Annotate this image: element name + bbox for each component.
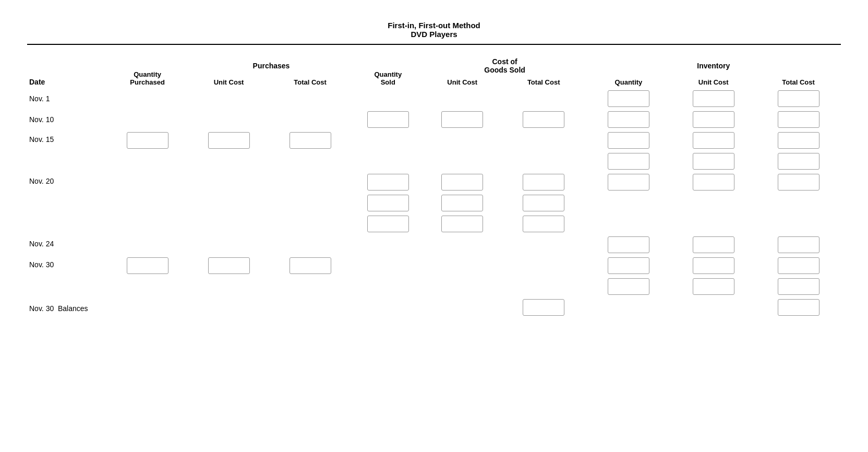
balances-cogs-total-input[interactable]	[523, 299, 564, 316]
table-row	[27, 276, 841, 297]
table-row: Nov. 20	[27, 172, 841, 193]
nov15-inv-unit-1-input[interactable]	[693, 132, 734, 149]
nov30-inv-total-1-input[interactable]	[778, 257, 819, 274]
title-line1: First-in, First-out Method	[27, 21, 841, 30]
nov20-cogs-total-2-input[interactable]	[523, 195, 564, 211]
title-line2: DVD Players	[27, 30, 841, 39]
nov15-qty-purch-input[interactable]	[127, 132, 168, 149]
header-inv-unit: Unit Cost	[671, 76, 756, 88]
header-cogs-unit: Unit Cost	[424, 76, 501, 88]
table-row-balances: Nov. 30 Balances	[27, 297, 841, 318]
nov20-qty-sold-1-input[interactable]	[367, 174, 409, 191]
header-qty-purchased-label: QuantityPurchased	[105, 55, 190, 88]
date-nov1: Nov. 1	[27, 88, 105, 109]
header-inv-total: Total Cost	[756, 76, 841, 88]
nov10-cogs-unit-input[interactable]	[441, 111, 483, 128]
nov20-cogs-total-1-input[interactable]	[523, 174, 564, 191]
header-cogs-total: Total Cost	[501, 76, 586, 88]
header-date-empty: Date	[27, 55, 105, 88]
balances-inv-total-input[interactable]	[778, 299, 819, 316]
nov30-qty-purch-input[interactable]	[127, 257, 168, 274]
nov1-inv-qty-input[interactable]	[608, 90, 649, 107]
fifo-table: Date QuantityPurchased Purchases Quantit…	[27, 55, 841, 318]
header-purch-unit: Unit Cost	[190, 76, 268, 88]
date-nov30: Nov. 30	[27, 255, 105, 297]
nov10-inv-unit-input[interactable]	[693, 111, 734, 128]
nov10-inv-total-input[interactable]	[778, 111, 819, 128]
header-inventory-group: Inventory	[586, 55, 841, 76]
nov10-inv-qty-input[interactable]	[608, 111, 649, 128]
header-purchases-group: Purchases	[190, 55, 353, 76]
table-row	[27, 151, 841, 172]
table-row: Nov. 30	[27, 255, 841, 276]
nov20-qty-sold-3-input[interactable]	[367, 216, 409, 232]
table-wrapper: Date QuantityPurchased Purchases Quantit…	[27, 55, 841, 318]
date-nov15: Nov. 15	[27, 130, 105, 172]
nov1-inv-unit-input[interactable]	[693, 90, 734, 107]
nov20-cogs-total-3-input[interactable]	[523, 216, 564, 232]
table-row: Nov. 1	[27, 88, 841, 109]
table-row: Nov. 24	[27, 234, 841, 255]
nov15-inv-total-2-input[interactable]	[778, 153, 819, 170]
date-nov10: Nov. 10	[27, 109, 105, 130]
nov15-inv-qty-1-input[interactable]	[608, 132, 649, 149]
nov20-qty-sold-2-input[interactable]	[367, 195, 409, 211]
nov15-inv-unit-2-input[interactable]	[693, 153, 734, 170]
title-section: First-in, First-out Method DVD Players	[27, 21, 841, 39]
nov24-inv-qty-input[interactable]	[608, 236, 649, 253]
nov24-inv-total-input[interactable]	[778, 236, 819, 253]
nov30-inv-unit-2-input[interactable]	[693, 278, 734, 295]
date-nov30-balances: Nov. 30 Balances	[27, 297, 105, 318]
header-cogs-group: Cost ofGoods Sold	[424, 55, 586, 76]
header-inv-qty: Quantity	[586, 76, 671, 88]
nov20-cogs-unit-1-input[interactable]	[441, 174, 483, 191]
date-nov24: Nov. 24	[27, 234, 105, 255]
header-qty-sold-label: QuantitySold	[353, 55, 424, 88]
table-row	[27, 193, 841, 213]
nov30-purch-unit-input[interactable]	[208, 257, 250, 274]
nov10-qty-sold-input[interactable]	[367, 111, 409, 128]
page-container: First-in, First-out Method DVD Players D…	[17, 10, 851, 328]
nov30-inv-unit-1-input[interactable]	[693, 257, 734, 274]
nov20-inv-qty-1-input[interactable]	[608, 174, 649, 191]
nov30-inv-qty-2-input[interactable]	[608, 278, 649, 295]
nov30-inv-total-2-input[interactable]	[778, 278, 819, 295]
header-purch-total: Total Cost	[268, 76, 353, 88]
nov10-cogs-total-input[interactable]	[523, 111, 564, 128]
header-group-row: Date QuantityPurchased Purchases Quantit…	[27, 55, 841, 76]
nov20-cogs-unit-3-input[interactable]	[441, 216, 483, 232]
nov15-inv-qty-2-input[interactable]	[608, 153, 649, 170]
title-divider	[27, 44, 841, 45]
nov15-inv-total-1-input[interactable]	[778, 132, 819, 149]
nov30-purch-total-input[interactable]	[290, 257, 331, 274]
date-nov20: Nov. 20	[27, 172, 105, 234]
nov15-purch-total-input[interactable]	[290, 132, 331, 149]
nov20-cogs-unit-2-input[interactable]	[441, 195, 483, 211]
nov24-inv-unit-input[interactable]	[693, 236, 734, 253]
nov20-inv-unit-1-input[interactable]	[693, 174, 734, 191]
table-row: Nov. 10	[27, 109, 841, 130]
nov15-purch-unit-input[interactable]	[208, 132, 250, 149]
table-row	[27, 213, 841, 234]
nov20-inv-total-1-input[interactable]	[778, 174, 819, 191]
nov1-inv-total-input[interactable]	[778, 90, 819, 107]
table-row: Nov. 15	[27, 130, 841, 151]
nov30-inv-qty-1-input[interactable]	[608, 257, 649, 274]
